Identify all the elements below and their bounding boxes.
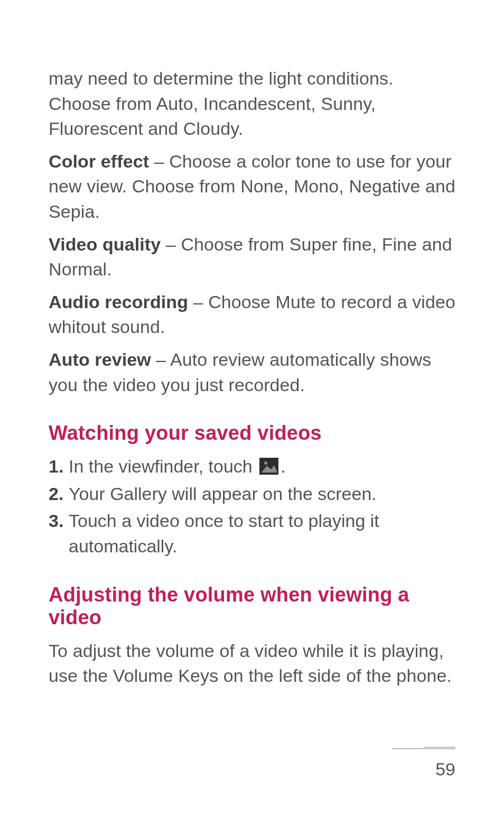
step-number: 2. [49,482,69,507]
intro-paragraph: may need to determine the light conditio… [49,66,455,142]
page-number: 59 [435,759,455,780]
list-item: 1. In the viewfinder, touch . [49,454,455,479]
footer-rule-accent [424,747,455,747]
gallery-preview-icon [259,458,278,475]
setting-color-effect: Color effect – Choose a color tone to us… [49,149,455,225]
setting-label: Color effect [49,151,149,171]
step-text: Touch a video once to start to playing i… [69,508,455,559]
step-text: In the viewfinder, touch . [69,454,455,479]
footer-rule [392,748,455,749]
step-text-after: . [281,456,285,476]
volume-paragraph: To adjust the volume of a video while it… [49,639,455,689]
heading-watching-videos: Watching your saved videos [49,422,455,445]
setting-auto-review: Auto review – Auto review automatically … [49,347,455,397]
document-page: may need to determine the light conditio… [0,0,504,823]
step-text: Your Gallery will appear on the screen. [69,482,455,507]
step-number: 3. [49,508,69,534]
setting-label: Video quality [49,234,161,254]
list-item: 3. Touch a video once to start to playin… [49,508,455,559]
setting-label: Auto review [49,349,151,369]
step-text-before: In the viewfinder, touch [69,456,257,476]
setting-video-quality: Video quality – Choose from Super fine, … [49,232,455,282]
heading-adjusting-volume: Adjusting the volume when viewing a vide… [49,584,455,629]
steps-list: 1. In the viewfinder, touch . 2. Your Ga… [49,454,455,559]
setting-label: Audio recording [49,292,188,312]
list-item: 2. Your Gallery will appear on the scree… [49,482,455,507]
step-number: 1. [49,454,69,479]
setting-audio-recording: Audio recording – Choose Mute to record … [49,290,455,340]
